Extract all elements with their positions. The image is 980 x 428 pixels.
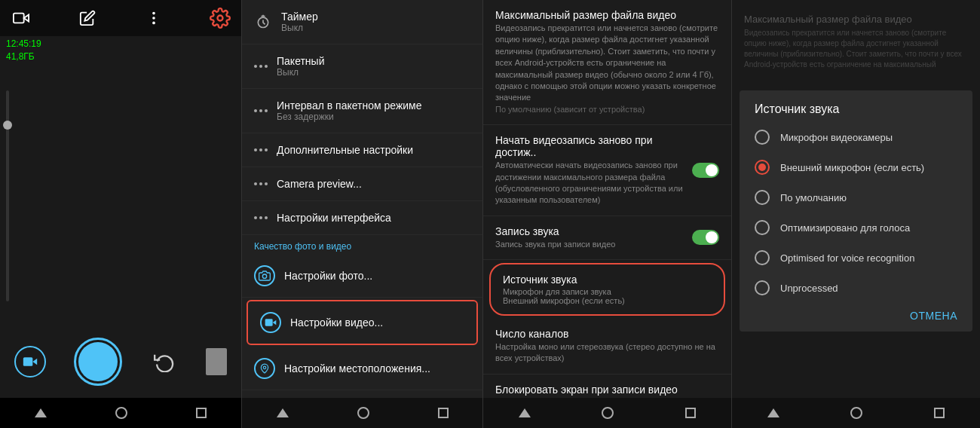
dialog-option-default[interactable]: По умолчанию xyxy=(740,182,972,212)
interface-icon xyxy=(254,216,268,219)
quality-section-title: Качество фото и видео xyxy=(242,235,482,255)
batch-icon xyxy=(254,65,268,68)
dialog-option-unprocessed[interactable]: Unprocessed xyxy=(740,273,972,303)
radio-selected-indicator xyxy=(758,164,766,171)
bg-desc1: Видеозапись прекратится или начнется зан… xyxy=(744,28,968,70)
thumbnail-button[interactable] xyxy=(206,348,227,375)
video-mode-button[interactable] xyxy=(14,346,46,378)
rotate-camera-button[interactable] xyxy=(151,348,178,375)
svg-point-2 xyxy=(152,17,155,20)
photo-settings-item[interactable]: Настройки фото... xyxy=(242,255,482,298)
location-settings-icon xyxy=(254,358,275,379)
camera-mode-icon[interactable] xyxy=(9,6,33,30)
max-file-size-item[interactable]: Максимальный размер файла видео Видеозап… xyxy=(483,0,731,125)
cancel-button[interactable]: ОТМЕНА xyxy=(910,310,957,322)
advanced-label: Дополнительные настройки xyxy=(277,144,413,156)
record-audio-row: Запись звука Запись звука при записи вид… xyxy=(495,225,719,250)
dialog-nav-bar xyxy=(732,398,980,428)
dialog-back-nav[interactable] xyxy=(767,408,779,417)
zoom-slider[interactable] xyxy=(6,90,9,301)
external-mic-label: Внешний микрофон (если есть) xyxy=(780,162,924,173)
settings-recents-nav[interactable] xyxy=(438,408,449,418)
advanced-setting[interactable]: Дополнительные настройки xyxy=(242,133,482,167)
restart-on-max-item[interactable]: Начать видеозапись заново при достиж.. А… xyxy=(483,125,731,216)
default-label: По умолчанию xyxy=(780,192,847,203)
video-nav-bar xyxy=(483,398,731,428)
voice-opt-label: Оптимизировано для голоса xyxy=(780,222,910,234)
dialog-home-nav[interactable] xyxy=(850,407,862,419)
video-settings-inner: Настройки видео... xyxy=(248,301,476,344)
camera-panel: 12:45:19 41,8ГБ xyxy=(0,0,241,428)
timer-icon xyxy=(254,13,272,31)
audio-source-item[interactable]: Источник звука Микрофон для записи звука… xyxy=(489,263,725,316)
video-recents-nav[interactable] xyxy=(685,408,696,418)
settings-back-nav[interactable] xyxy=(277,408,289,417)
video-panel: Максимальный размер файла видео Видеозап… xyxy=(482,0,731,428)
dialog-option-external-mic[interactable]: Внешний микрофон (если есть) xyxy=(740,152,972,182)
svg-rect-8 xyxy=(265,319,273,326)
svg-point-7 xyxy=(262,274,266,278)
record-audio-toggle[interactable] xyxy=(692,230,719,245)
svg-point-3 xyxy=(152,22,155,25)
radio-camera-mic[interactable] xyxy=(755,130,770,145)
voice-rec-label: Optimised for voice recognition xyxy=(780,252,914,264)
svg-rect-5 xyxy=(23,357,32,366)
camera-nav-bar xyxy=(0,398,241,428)
home-nav[interactable] xyxy=(115,407,127,419)
batch-setting[interactable]: Пакетный Выкл xyxy=(242,44,482,89)
zoom-handle[interactable] xyxy=(3,121,12,130)
batch-interval-label: Интервал в пакетном режиме Без задержки xyxy=(277,99,422,122)
dialog-option-voice-opt[interactable]: Оптимизировано для голоса xyxy=(740,212,972,243)
settings-home-nav[interactable] xyxy=(357,407,369,419)
interface-setting[interactable]: Настройки интерфейса xyxy=(242,201,482,235)
radio-unprocessed[interactable] xyxy=(755,280,770,295)
settings-panel: Таймер Выкл Пакетный Выкл Интервал в пак… xyxy=(241,0,482,428)
camera-preview-setting[interactable]: Camera preview... xyxy=(242,167,482,201)
location-settings-item[interactable]: Настройки местоположения... xyxy=(242,347,482,390)
video-settings-item[interactable]: Настройки видео... xyxy=(247,300,478,345)
radio-external-mic[interactable] xyxy=(755,160,770,175)
restart-on-max-row: Начать видеозапись заново при достиж.. А… xyxy=(495,134,719,206)
camera-preview-label: Camera preview... xyxy=(277,178,362,190)
audio-source-sub1: Микрофон для записи звука xyxy=(503,287,712,296)
timer-setting[interactable]: Таймер Выкл xyxy=(242,0,482,44)
video-home-nav[interactable] xyxy=(602,407,614,419)
audio-source-sub2: Внешний микрофон (если есть) xyxy=(503,296,712,305)
settings-list: Таймер Выкл Пакетный Выкл Интервал в пак… xyxy=(242,0,482,428)
max-file-size-title: Максимальный размер файла видео xyxy=(495,9,719,21)
audio-source-dialog: Источник звука Микрофон видеокамеры Внеш… xyxy=(740,90,972,332)
edit-icon[interactable] xyxy=(75,6,100,30)
photo-settings-label: Настройки фото... xyxy=(284,270,372,282)
restart-on-max-text: Начать видеозапись заново при достиж.. А… xyxy=(495,134,692,206)
svg-point-1 xyxy=(152,12,155,15)
record-audio-item[interactable]: Запись звука Запись звука при записи вид… xyxy=(483,216,731,260)
advanced-icon xyxy=(254,148,268,151)
dialog-recents-nav[interactable] xyxy=(934,408,945,418)
video-settings-label: Настройки видео... xyxy=(290,316,383,329)
restart-toggle[interactable] xyxy=(692,163,719,178)
video-back-nav[interactable] xyxy=(519,408,531,417)
more-icon[interactable] xyxy=(142,6,166,30)
settings-icon[interactable] xyxy=(208,6,232,30)
dialog-option-camera-mic[interactable]: Микрофон видеокамеры xyxy=(740,122,972,152)
shutter-inner xyxy=(78,342,118,381)
radio-voice-rec[interactable] xyxy=(755,250,770,265)
recents-nav[interactable] xyxy=(196,408,207,418)
radio-voice-opt[interactable] xyxy=(755,220,770,235)
shutter-button[interactable] xyxy=(74,338,122,386)
back-nav[interactable] xyxy=(35,408,47,417)
svg-point-4 xyxy=(218,16,223,21)
channels-item[interactable]: Число каналов Настройка моно или стереоз… xyxy=(483,319,731,374)
svg-rect-0 xyxy=(14,14,24,23)
timer-label: Таймер Выкл xyxy=(281,11,318,33)
batch-interval-setting[interactable]: Интервал в пакетном режиме Без задержки xyxy=(242,89,482,133)
unprocessed-label: Unprocessed xyxy=(780,283,838,294)
dialog-option-voice-rec[interactable]: Optimised for voice recognition xyxy=(740,243,972,273)
camera-top-bar xyxy=(0,0,241,36)
dialog-panel: Максимальный размер файла видео Видеозап… xyxy=(731,0,980,428)
camera-preview-icon xyxy=(254,182,268,185)
dialog-title: Источник звука xyxy=(740,90,972,122)
record-audio-text: Запись звука Запись звука при записи вид… xyxy=(495,225,615,250)
radio-default[interactable] xyxy=(755,190,770,205)
location-settings-label: Настройки местоположения... xyxy=(284,362,430,374)
